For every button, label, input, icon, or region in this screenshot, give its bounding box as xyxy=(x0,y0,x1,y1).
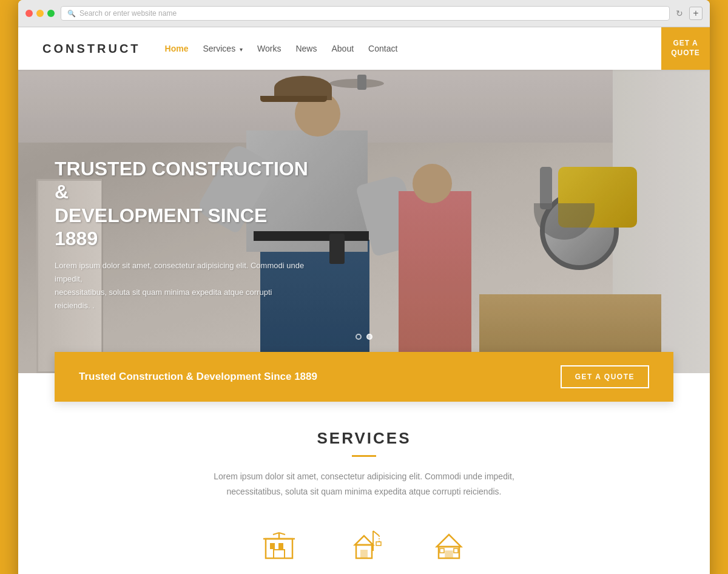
nav-item-services[interactable]: Services ▾ xyxy=(203,43,243,54)
banner-cta-button[interactable]: GET A QUOTE xyxy=(561,365,649,388)
banner-text: Trusted Construction & Development Since… xyxy=(79,371,317,383)
nav-item-contact[interactable]: Contact xyxy=(368,43,397,54)
service-item-3 xyxy=(431,530,467,562)
svg-rect-3 xyxy=(274,550,285,558)
website-content: CONSTRUCT Home Services ▾ Works News Abo… xyxy=(18,27,710,574)
svg-rect-14 xyxy=(376,542,381,545)
nav-link-news[interactable]: News xyxy=(295,44,317,53)
nav-links: Home Services ▾ Works News About Contact xyxy=(165,43,661,54)
services-section: SERVICES Lorem ipsum dolor sit amet, con… xyxy=(18,411,710,574)
slider-dots xyxy=(356,334,372,340)
svg-rect-19 xyxy=(454,549,458,553)
browser-window: 🔍 Search or enter website name ↻ + CONST… xyxy=(18,0,710,574)
nav-link-services[interactable]: Services ▾ xyxy=(203,44,243,53)
nav-link-works[interactable]: Works xyxy=(257,44,281,53)
nav-item-about[interactable]: About xyxy=(331,43,354,54)
svg-rect-10 xyxy=(360,550,368,558)
slider-dot-2[interactable] xyxy=(366,334,372,340)
service-item-2 xyxy=(346,530,382,562)
browser-chrome: 🔍 Search or enter website name ↻ + xyxy=(18,0,710,27)
new-tab-button[interactable]: + xyxy=(689,7,703,20)
svg-line-7 xyxy=(279,533,285,535)
navbar: CONSTRUCT Home Services ▾ Works News Abo… xyxy=(18,27,710,70)
address-text: Search or enter website name xyxy=(79,9,177,18)
chevron-down-icon: ▾ xyxy=(240,46,243,53)
nav-link-contact[interactable]: Contact xyxy=(368,44,397,53)
svg-line-6 xyxy=(273,533,279,535)
minimize-button[interactable] xyxy=(36,10,44,17)
hero-subtitle: Lorem ipsum dolor sit amet, consectetur … xyxy=(55,259,309,312)
svg-rect-18 xyxy=(440,549,444,553)
home-roof-icon xyxy=(431,530,467,562)
construction-icon xyxy=(261,530,297,562)
services-title: SERVICES xyxy=(55,429,673,448)
nav-link-home[interactable]: Home xyxy=(165,44,189,53)
close-button[interactable] xyxy=(25,10,33,17)
section-divider xyxy=(352,455,376,457)
services-description: Lorem ipsum dolor sit amet, consectetur … xyxy=(212,469,516,499)
nav-item-home[interactable]: Home xyxy=(165,43,189,54)
svg-rect-17 xyxy=(445,551,453,558)
svg-line-12 xyxy=(373,531,379,536)
services-icons-row xyxy=(55,524,673,562)
nav-link-about[interactable]: About xyxy=(331,44,354,53)
svg-marker-8 xyxy=(355,536,373,545)
search-icon: 🔍 xyxy=(67,10,76,18)
traffic-lights xyxy=(25,10,55,17)
hero-section: TRUSTED CONSTRUCTION &DEVELOPMENT SINCE … xyxy=(18,70,710,373)
slider-dot-1[interactable] xyxy=(356,334,362,340)
maximize-button[interactable] xyxy=(47,10,55,17)
svg-rect-1 xyxy=(270,543,275,549)
reload-icon[interactable]: ↻ xyxy=(676,8,683,18)
get-quote-nav-button[interactable]: GET AQUOTE xyxy=(661,27,710,70)
site-logo[interactable]: CONSTRUCT xyxy=(42,42,141,56)
nav-item-news[interactable]: News xyxy=(295,43,317,54)
cta-banner: Trusted Construction & Development Since… xyxy=(55,352,673,402)
house-construction-icon xyxy=(346,530,382,562)
svg-marker-15 xyxy=(437,535,461,547)
address-bar[interactable]: 🔍 Search or enter website name xyxy=(61,6,670,21)
hero-title: TRUSTED CONSTRUCTION &DEVELOPMENT SINCE … xyxy=(55,157,309,251)
nav-item-works[interactable]: Works xyxy=(257,43,281,54)
service-item-1 xyxy=(261,530,297,562)
hero-content: TRUSTED CONSTRUCTION &DEVELOPMENT SINCE … xyxy=(55,157,309,312)
svg-rect-2 xyxy=(278,543,283,549)
